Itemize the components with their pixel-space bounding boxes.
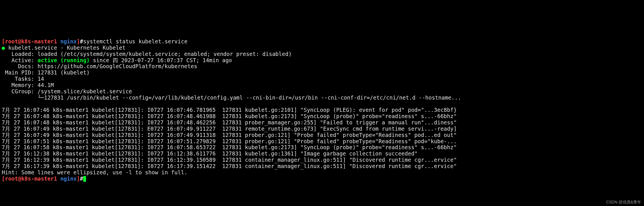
- log-line: 7月 27 16:07:49 k8s-master1 kubelet[12783…: [2, 126, 457, 132]
- log-line: 7月 27 16:07:46 k8s-master1 kubelet[12783…: [2, 107, 457, 113]
- active-prefix: Active:: [2, 57, 38, 63]
- prompt-hash-2: #: [80, 175, 83, 182]
- main-pid-line: Main PID: 127831 (kubelet): [2, 69, 90, 76]
- prompt-close: ]: [77, 38, 80, 45]
- log-line: 7月 27 16:07:48 k8s-master1 kubelet[12783…: [2, 119, 457, 126]
- active-value: active (running): [38, 57, 90, 63]
- memory-line: Memory: 44.1M: [2, 82, 54, 88]
- loaded-line: Loaded: loaded (/etc/systemd/system/kube…: [2, 51, 292, 57]
- docs-line: Docs: https://github.com/GoogleCloudPlat…: [2, 63, 197, 69]
- log-line: 7月 27 16:07:51 k8s-master1 kubelet[12783…: [2, 138, 457, 144]
- log-line: 7月 27 16:07:49 k8s-master1 kubelet[12783…: [2, 132, 457, 138]
- log-line: 7月 27 16:12:38 k8s-master1 kubelet[12783…: [2, 150, 418, 157]
- log-line: 7月 27 16:07:48 k8s-master1 kubelet[12783…: [2, 113, 457, 119]
- watermark: CSDN @优质&青年: [606, 200, 641, 204]
- prompt-cwd: nginx: [57, 38, 77, 45]
- cursor[interactable]: [83, 176, 86, 182]
- status-bullet: ●: [2, 45, 5, 51]
- prompt-user-host-2: root@k8s-master1: [5, 175, 57, 182]
- log-line: 7月 27 16:17:39 k8s-master1 kubelet[12783…: [2, 163, 457, 169]
- cgroup-line: CGroup: /system.slice/kubelet.service: [2, 88, 132, 94]
- hint-line: Hint: Some lines were ellipsized, use -l…: [2, 169, 187, 175]
- prompt-open: [: [2, 38, 5, 45]
- log-line: 7月 27 16:07:58 k8s-master1 kubelet[12783…: [2, 144, 457, 150]
- cgroup-child: └─127831 /usr/bin/kubelet --config=/var/…: [2, 94, 461, 101]
- prompt-user-host: root@k8s-master1: [5, 38, 57, 45]
- log-line: 7月 27 16:12:39 k8s-master1 kubelet[12783…: [2, 157, 457, 163]
- prompt-open-2: [: [2, 175, 5, 182]
- command-text: systemctl status kubelet.service: [83, 38, 187, 45]
- prompt-cwd-2: nginx: [57, 175, 77, 182]
- active-suffix: since 四 2023-07-27 16:07:37 CST; 14min a…: [90, 57, 232, 63]
- terminal-window[interactable]: [root@k8s-master1 nginx]#systemctl statu…: [0, 31, 644, 183]
- service-header: kubelet.service - Kubernetes Kubelet: [5, 45, 125, 51]
- prompt-close-2: ]: [77, 175, 80, 182]
- prompt-hash: #: [80, 38, 83, 45]
- tasks-line: Tasks: 14: [2, 76, 44, 82]
